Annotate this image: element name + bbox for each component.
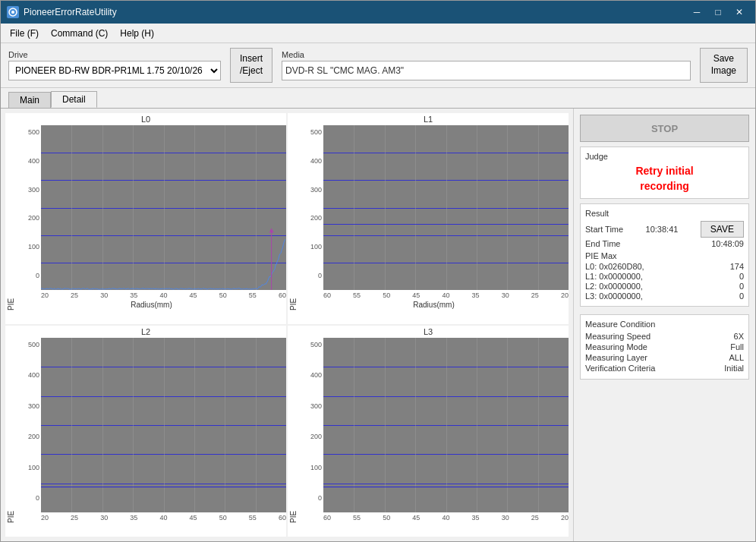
- title-controls: ─ □ ✕: [687, 5, 749, 20]
- media-value: DVD-R SL "CMC MAG. AM3": [282, 61, 691, 80]
- svg-point-1: [11, 11, 14, 14]
- chart-l2-ylabel: PIE: [5, 338, 17, 523]
- chart-l1-title: L1: [288, 113, 569, 124]
- main-window: PioneerErrorRateUtility ─ □ ✕ File (F) C…: [0, 0, 756, 542]
- menu-file[interactable]: File (F): [4, 27, 45, 40]
- measure-criteria-value: Initial: [724, 364, 744, 373]
- chart-l2-plot: [41, 338, 286, 512]
- measure-speed-value: 6X: [734, 332, 744, 341]
- menu-bar: File (F) Command (C) Help (H): [1, 24, 755, 43]
- measure-layer-value: ALL: [729, 353, 744, 362]
- measure-speed-row: Measuring Speed 6X: [585, 332, 744, 341]
- start-time-row: Start Time 10:38:41 SAVE: [585, 221, 744, 238]
- toolbar: Drive PIONEER BD-RW BDR-PR1ML 1.75 20/10…: [1, 43, 755, 88]
- app-icon: [7, 6, 19, 18]
- chart-l3-xaxis: 605550454035302520: [299, 512, 569, 523]
- pie-max-l0: L0: 0x0260D80, 174: [585, 262, 744, 271]
- chart-l3-title: L3: [288, 326, 569, 336]
- pie-max-l3-value: 0: [739, 291, 744, 301]
- save-button[interactable]: SAVE: [701, 221, 744, 238]
- start-time-label: Start Time: [585, 225, 623, 234]
- chart-l0-ylabel: PIE: [5, 125, 17, 310]
- media-label: Media: [282, 50, 691, 59]
- chart-l0-title: L0: [5, 113, 286, 124]
- drive-label: Drive: [8, 50, 221, 59]
- chart-l2-yaxis: 5004003002001000: [17, 338, 41, 512]
- window-title: PioneerErrorRateUtility: [24, 7, 117, 17]
- title-bar-left: PioneerErrorRateUtility: [7, 6, 117, 18]
- pie-max-l3: L3: 0x0000000, 0: [585, 291, 744, 301]
- judge-label: Judge: [585, 152, 744, 161]
- pie-max-l0-key: L0: 0x0260D80,: [585, 262, 644, 271]
- end-time-row: End Time 10:48:09: [585, 239, 744, 248]
- chart-l0-plot: [41, 125, 286, 290]
- chart-l0-yaxis: 5004003002001000: [17, 125, 41, 290]
- measure-mode-value: Full: [730, 342, 744, 351]
- chart-l1-plot: [323, 125, 569, 290]
- start-time-value: 10:38:41: [646, 225, 679, 234]
- chart-l1-ylabel: PIE: [288, 125, 299, 310]
- result-label: Result: [585, 209, 744, 218]
- tab-main[interactable]: Main: [8, 92, 51, 108]
- menu-help[interactable]: Help (H): [114, 27, 160, 40]
- save-image-button[interactable]: SaveImage: [700, 48, 748, 83]
- chart-l1: L1 PIE 5004003002001000: [288, 113, 569, 324]
- drive-select[interactable]: PIONEER BD-RW BDR-PR1ML 1.75 20/10/26: [8, 61, 221, 80]
- chart-l3-ylabel: PIE: [288, 338, 299, 523]
- judge-value: Retry initialrecording: [585, 164, 744, 194]
- media-section: Media DVD-R SL "CMC MAG. AM3": [282, 50, 691, 80]
- measure-criteria-label: Verification Criteria: [585, 364, 655, 373]
- chart-l3: L3 PIE 5004003002001000: [288, 326, 569, 537]
- pie-max-l1-key: L1: 0x0000000,: [585, 272, 643, 281]
- chart-l2: L2 PIE 5004003002001000: [5, 326, 286, 537]
- content-area: L0 PIE 5004003002001000: [1, 108, 755, 541]
- pie-max-l2: L2: 0x0000000, 0: [585, 282, 744, 291]
- chart-l0-xaxis: 202530354045505560: [17, 290, 286, 301]
- chart-l1-xaxis: 605550454035302520: [299, 290, 569, 301]
- stop-button[interactable]: STOP: [580, 115, 749, 142]
- measure-mode-label: Measuring Mode: [585, 342, 647, 351]
- pie-max-l3-key: L3: 0x0000000,: [585, 291, 643, 301]
- menu-command[interactable]: Command (C): [45, 27, 114, 40]
- chart-l0: L0 PIE 5004003002001000: [5, 113, 286, 324]
- measure-layer-label: Measuring Layer: [585, 353, 647, 362]
- end-time-value: 10:48:09: [711, 239, 744, 248]
- chart-l3-plot: [323, 338, 569, 512]
- title-bar: PioneerErrorRateUtility ─ □ ✕: [1, 1, 755, 24]
- measure-label: Measure Condition: [585, 320, 744, 329]
- pie-max-l1: L1: 0x0000000, 0: [585, 272, 744, 281]
- tabs-bar: Main Detail: [1, 88, 755, 108]
- judge-section: Judge Retry initialrecording: [580, 147, 749, 199]
- chart-l0-xlabel: Radius(mm): [17, 301, 286, 310]
- drive-section: Drive PIONEER BD-RW BDR-PR1ML 1.75 20/10…: [8, 50, 221, 80]
- pie-max-l1-value: 0: [739, 272, 744, 281]
- tab-detail[interactable]: Detail: [51, 91, 97, 108]
- chart-l1-yaxis: 5004003002001000: [299, 125, 323, 290]
- pie-max-l2-value: 0: [739, 282, 744, 291]
- end-time-label: End Time: [585, 239, 620, 248]
- pie-max-l0-value: 174: [730, 262, 744, 271]
- result-section: Result Start Time 10:38:41 SAVE End Time…: [580, 203, 749, 307]
- measure-speed-label: Measuring Speed: [585, 332, 650, 341]
- charts-area: L0 PIE 5004003002001000: [1, 109, 573, 541]
- maximize-button[interactable]: □: [708, 5, 728, 20]
- measure-layer-row: Measuring Layer ALL: [585, 353, 744, 362]
- chart-l3-yaxis: 5004003002001000: [299, 338, 323, 512]
- chart-l2-xaxis: 202530354045505560: [17, 512, 286, 523]
- measure-section: Measure Condition Measuring Speed 6X Mea…: [580, 314, 749, 380]
- measure-mode-row: Measuring Mode Full: [585, 342, 744, 351]
- pie-max-title: PIE Max: [585, 251, 744, 260]
- chart-l1-xlabel: Radius(mm): [299, 301, 569, 310]
- chart-l2-title: L2: [5, 326, 286, 336]
- measure-criteria-row: Verification Criteria Initial: [585, 364, 744, 373]
- minimize-button[interactable]: ─: [687, 5, 707, 20]
- close-button[interactable]: ✕: [729, 5, 749, 20]
- pie-max-l2-key: L2: 0x0000000,: [585, 282, 643, 291]
- pie-max-section: PIE Max L0: 0x0260D80, 174 L1: 0x0000000…: [585, 251, 744, 301]
- insert-eject-button[interactable]: Insert/Eject: [230, 48, 272, 83]
- right-panel: STOP Judge Retry initialrecording Result…: [573, 109, 755, 541]
